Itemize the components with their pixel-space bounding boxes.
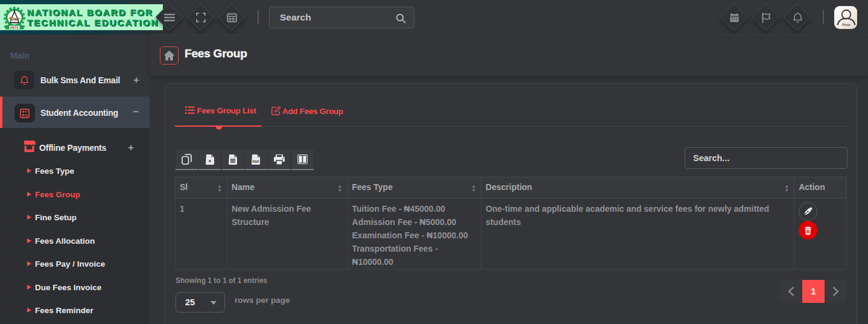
svg-text:x: x bbox=[209, 158, 212, 164]
svg-text:NBTE: NBTE bbox=[10, 26, 19, 29]
svg-text:Photo: Photo bbox=[842, 24, 851, 27]
svg-text:PDF: PDF bbox=[253, 159, 260, 163]
